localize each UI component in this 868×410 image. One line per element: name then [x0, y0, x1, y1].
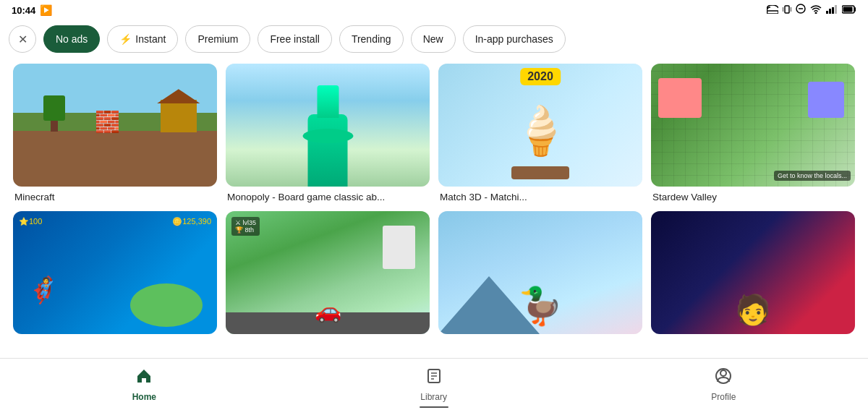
chip-trending[interactable]: Trending [339, 25, 404, 53]
minecraft-tree [43, 95, 65, 132]
minecraft-thumbnail: 🧱 [13, 64, 217, 187]
r24-person: 🧑 [735, 293, 771, 327]
r23-creature: 🦆 [518, 285, 563, 327]
game7-thumbnail: 🦆 [438, 211, 642, 334]
mono-tower [308, 114, 348, 187]
game-item-match3d[interactable]: 2020 🍦 Match 3D - Matchi... [434, 64, 647, 211]
stardew-building1 [658, 78, 702, 118]
chip-free-install-label: Free install [270, 33, 319, 45]
svg-point-1 [767, 12, 768, 14]
chip-premium-label: Premium [197, 33, 238, 45]
wifi-icon [810, 4, 822, 17]
mono-disk [302, 129, 353, 143]
mono-top [317, 85, 339, 118]
chip-new-label: New [423, 33, 443, 45]
dnd-icon [796, 4, 806, 17]
match3d-thumbnail: 2020 🍦 [438, 64, 642, 187]
r22-ui-overlay: ⚔ lvl35🏆 8th [231, 217, 260, 236]
game-item-8[interactable]: 🧑 [647, 211, 859, 343]
cast-icon [767, 4, 778, 16]
svg-point-7 [815, 12, 817, 14]
profile-label: Profile [711, 392, 736, 402]
close-icon: ✕ [18, 33, 27, 46]
r22-car: 🚗 [315, 298, 341, 323]
match3d-badge: 2020 [520, 68, 561, 85]
close-filter-button[interactable]: ✕ [9, 25, 36, 53]
minecraft-character: 🧱 [95, 110, 120, 134]
video-call-icon: ▶️ [40, 4, 52, 16]
svg-rect-2 [785, 6, 789, 13]
game-grid: 🧱 Minecraft Monopoly - Board game classi… [0, 58, 868, 343]
nav-profile[interactable]: Profile [697, 362, 750, 408]
library-underline [420, 406, 448, 408]
monopoly-thumbnail [226, 64, 430, 187]
monopoly-title: Monopoly - Board game classic ab... [226, 192, 430, 202]
time-display: 10:44 [12, 5, 35, 16]
vibrate-icon [783, 4, 791, 17]
game-item-5[interactable]: ⭐100 🪙125,390 🦸 [9, 211, 221, 343]
game-item-7[interactable]: 🦆 [434, 211, 647, 343]
match3d-base [511, 166, 569, 179]
stardew-title: Stardew Valley [651, 192, 855, 202]
r21-island [130, 283, 203, 327]
home-label: Home [132, 392, 156, 402]
chip-no-ads-label: No ads [56, 33, 88, 45]
game6-thumbnail: ⚔ lvl35🏆 8th 🚗 [226, 211, 430, 334]
chip-no-ads[interactable]: No ads [43, 25, 100, 53]
match3d-title: Match 3D - Matchi... [438, 192, 642, 202]
stardew-overlay-text: Get to know the locals... [774, 171, 851, 181]
svg-rect-13 [843, 7, 853, 12]
chip-instant[interactable]: ⚡ Instant [107, 25, 178, 53]
lightning-icon: ⚡ [119, 33, 132, 45]
game-item-minecraft[interactable]: 🧱 Minecraft [9, 64, 221, 211]
status-bar: 10:44 ▶️ [0, 0, 868, 20]
filter-chips-row: ✕ No ads ⚡ Instant Premium Free install … [0, 20, 868, 58]
chip-in-app[interactable]: In-app purchases [463, 25, 566, 53]
r21-star-icon: ⭐100 [19, 217, 42, 226]
stardew-building2 [808, 82, 844, 118]
chip-premium[interactable]: Premium [185, 25, 250, 53]
svg-rect-0 [767, 11, 778, 14]
game-item-stardew[interactable]: Get to know the locals... Stardew Valley [647, 64, 859, 211]
match3d-popsicle: 🍦 [511, 103, 570, 158]
r22-building [383, 226, 415, 269]
svg-rect-9 [829, 9, 831, 14]
minecraft-house [161, 100, 197, 132]
game-item-monopoly[interactable]: Monopoly - Board game classic ab... [221, 64, 434, 211]
signal-icon [826, 4, 838, 17]
chip-instant-label: Instant [135, 33, 166, 45]
status-icons [767, 4, 856, 17]
nav-home[interactable]: Home [118, 362, 171, 408]
r21-hero: 🦸 [27, 276, 59, 305]
game8-thumbnail: 🧑 [651, 211, 855, 334]
profile-icon [715, 367, 732, 389]
bottom-navigation: Home Library Profile [0, 358, 868, 410]
battery-icon [842, 4, 856, 17]
svg-rect-10 [832, 7, 834, 14]
game5-thumbnail: ⭐100 🪙125,390 🦸 [13, 211, 217, 334]
chip-trending-label: Trending [352, 33, 391, 45]
minecraft-title: Minecraft [13, 192, 217, 202]
chip-free-install[interactable]: Free install [258, 25, 331, 53]
stardew-thumbnail: Get to know the locals... [651, 64, 855, 187]
home-icon [135, 367, 153, 389]
r21-coins-icon: 🪙125,390 [172, 217, 211, 226]
game-item-6[interactable]: ⚔ lvl35🏆 8th 🚗 [221, 211, 434, 343]
svg-point-18 [720, 370, 726, 376]
svg-rect-11 [835, 5, 837, 14]
svg-rect-8 [826, 11, 828, 14]
chip-new[interactable]: New [411, 25, 456, 53]
nav-library[interactable]: Library [406, 362, 461, 408]
library-label: Library [420, 392, 447, 402]
chip-in-app-label: In-app purchases [475, 33, 553, 45]
library-icon [425, 367, 443, 389]
